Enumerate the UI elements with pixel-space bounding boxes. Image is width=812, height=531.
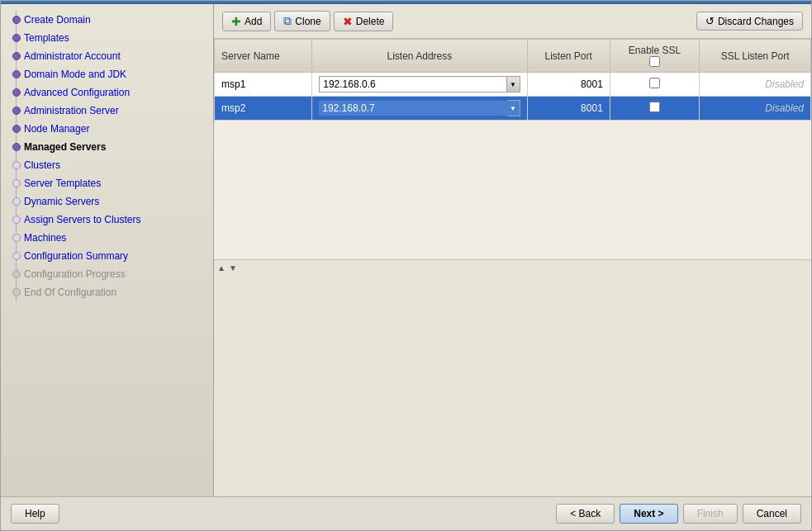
sidebar-item-domain-mode-jdk[interactable]: Domain Mode and JDK (1, 65, 213, 83)
sidebar-item-administrator-account[interactable]: Administrator Account (1, 47, 213, 65)
address-input[interactable] (319, 76, 506, 92)
cancel-button[interactable]: Cancel (743, 504, 801, 524)
servers-table: Server Name Listen Address Listen Port E… (214, 39, 811, 121)
address-input-group: ▼ (319, 100, 520, 116)
sidebar-link[interactable]: Administration Server (24, 105, 119, 116)
cell-ssl-listen-port: Disabled (700, 97, 811, 121)
enable-ssl-header-text: Enable SSL (629, 45, 681, 56)
sidebar-dot (12, 143, 21, 151)
enable-ssl-checkbox[interactable] (649, 78, 660, 88)
sidebar-list: Create Domain Templates Administrator Ac… (1, 11, 213, 301)
address-dropdown[interactable]: ▼ (507, 100, 520, 116)
table-container: Server Name Listen Address Listen Port E… (214, 39, 811, 259)
sidebar-item-managed-servers[interactable]: Managed Servers (1, 138, 213, 156)
address-input-group: ▼ (319, 76, 520, 92)
sidebar-item-administration-server[interactable]: Administration Server (1, 102, 213, 120)
sidebar-link[interactable]: Clusters (24, 159, 60, 171)
table-header-row: Server Name Listen Address Listen Port E… (215, 40, 811, 73)
clone-icon: ⧉ (283, 14, 292, 28)
cell-server-name: msp1 (215, 73, 312, 97)
sidebar-dot (12, 270, 21, 278)
table-row[interactable]: msp1 ▼ 8001 Disabled (215, 73, 811, 97)
sidebar-link[interactable]: Machines (24, 232, 66, 244)
sidebar-item-configuration-progress: Configuration Progress (1, 265, 213, 283)
add-icon: ✚ (231, 15, 241, 28)
table-row[interactable]: msp2 ▼ 8001 Disabled (215, 97, 811, 121)
finish-button[interactable]: Finish (683, 504, 738, 524)
sidebar-dot (12, 107, 21, 115)
col-header-listen-address: Listen Address (312, 40, 527, 73)
sidebar-link[interactable]: Administrator Account (24, 50, 121, 62)
main-panel: ✚ Add ⧉ Clone ✖ Delete ↺ Discard Changes (214, 4, 811, 496)
address-dropdown[interactable]: ▼ (507, 76, 520, 92)
scroll-indicator: ▲ ▼ (214, 259, 811, 276)
help-button[interactable]: Help (11, 504, 59, 524)
content-area: Create Domain Templates Administrator Ac… (1, 4, 811, 496)
col-header-listen-port: Listen Port (527, 40, 610, 73)
scroll-down-arrow[interactable]: ▼ (229, 263, 237, 273)
sidebar-item-clusters[interactable]: Clusters (1, 156, 213, 174)
sidebar-current-label: Managed Servers (24, 141, 106, 153)
sidebar-dot (12, 161, 21, 169)
cell-ssl-listen-port: Disabled (700, 73, 811, 97)
sidebar-dot (12, 125, 21, 133)
cell-listen-address[interactable]: ▼ (312, 73, 527, 97)
sidebar-dot (12, 179, 21, 187)
sidebar: Create Domain Templates Administrator Ac… (1, 4, 214, 496)
cell-enable-ssl[interactable] (610, 73, 699, 97)
sidebar-dot (12, 234, 21, 242)
col-header-server-name: Server Name (215, 40, 312, 73)
sidebar-item-templates[interactable]: Templates (1, 29, 213, 47)
delete-button[interactable]: ✖ Delete (334, 12, 394, 31)
col-header-ssl-listen-port: SSL Listen Port (700, 40, 811, 73)
col-header-enable-ssl: Enable SSL (610, 40, 699, 73)
sidebar-dot (12, 16, 21, 24)
delete-icon: ✖ (343, 15, 353, 28)
address-input[interactable] (319, 101, 506, 116)
sidebar-dot (12, 52, 21, 60)
sidebar-link[interactable]: Assign Servers to Clusters (24, 214, 140, 225)
clone-button[interactable]: ⧉ Clone (274, 11, 330, 31)
add-button[interactable]: ✚ Add (222, 12, 271, 31)
bottom-navigation-bar: Help < Back Next > Finish Cancel (1, 496, 811, 530)
sidebar-dot (12, 197, 21, 206)
scroll-up-arrow[interactable]: ▲ (217, 263, 226, 273)
sidebar-item-node-manager[interactable]: Node Manager (1, 120, 213, 138)
sidebar-dim-label: Configuration Progress (24, 268, 126, 280)
cell-server-name: msp2 (215, 97, 312, 121)
discard-changes-button[interactable]: ↺ Discard Changes (696, 12, 803, 31)
cell-listen-port: 8001 (527, 73, 610, 97)
sidebar-item-configuration-summary[interactable]: Configuration Summary (1, 247, 213, 265)
sidebar-link[interactable]: Domain Mode and JDK (24, 69, 126, 80)
sidebar-item-dynamic-servers[interactable]: Dynamic Servers (1, 192, 213, 211)
enable-ssl-checkbox[interactable] (649, 102, 660, 112)
discard-label: Discard Changes (718, 16, 794, 27)
sidebar-link[interactable]: Configuration Summary (24, 250, 128, 262)
sidebar-link[interactable]: Advanced Configuration (24, 87, 130, 98)
sidebar-dot (12, 34, 21, 42)
sidebar-item-machines[interactable]: Machines (1, 229, 213, 247)
sidebar-item-advanced-configuration[interactable]: Advanced Configuration (1, 83, 213, 102)
cell-enable-ssl[interactable] (610, 97, 699, 121)
back-button[interactable]: < Back (556, 504, 615, 524)
sidebar-link[interactable]: Templates (24, 32, 69, 44)
next-button[interactable]: Next > (620, 504, 677, 524)
sidebar-link[interactable]: Dynamic Servers (24, 196, 99, 207)
clone-label: Clone (295, 16, 321, 27)
toolbar: ✚ Add ⧉ Clone ✖ Delete ↺ Discard Changes (214, 4, 811, 39)
main-window: Create Domain Templates Administrator Ac… (0, 0, 812, 531)
add-label: Add (245, 16, 262, 27)
sidebar-item-assign-servers-to-clusters[interactable]: Assign Servers to Clusters (1, 211, 213, 229)
sidebar-link[interactable]: Server Templates (24, 178, 101, 189)
sidebar-dot (12, 88, 21, 97)
sidebar-link[interactable]: Node Manager (24, 123, 89, 135)
sidebar-link[interactable]: Create Domain (24, 14, 91, 26)
sidebar-dim-label: End Of Configuration (24, 287, 116, 298)
enable-ssl-header-checkbox[interactable] (649, 56, 660, 67)
cell-listen-address[interactable]: ▼ (312, 97, 527, 121)
sidebar-item-create-domain[interactable]: Create Domain (1, 11, 213, 29)
sidebar-dot (12, 288, 21, 296)
sidebar-item-server-templates[interactable]: Server Templates (1, 174, 213, 192)
bottom-spacer (214, 276, 811, 496)
discard-icon: ↺ (705, 15, 715, 27)
